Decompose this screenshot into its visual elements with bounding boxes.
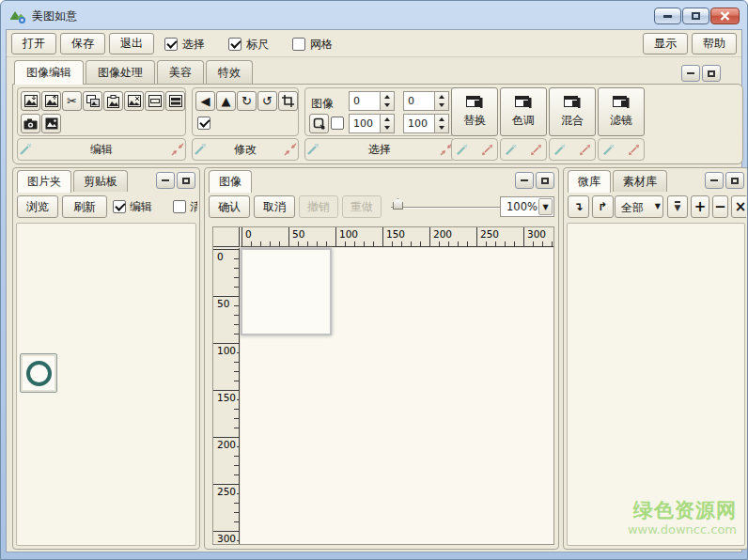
- save-button[interactable]: 保存: [60, 33, 105, 54]
- select-rect-button[interactable]: [309, 114, 329, 133]
- app-logo-icon: [9, 7, 27, 24]
- tab-image-process[interactable]: 图像处理: [86, 60, 155, 84]
- rotate-cw-button[interactable]: ↻: [237, 91, 257, 111]
- tab-effects[interactable]: 特效: [206, 60, 253, 84]
- maximize-icon: [182, 178, 190, 184]
- rotate-ccw-button[interactable]: ↺: [257, 91, 277, 111]
- replace-group-bar[interactable]: [451, 138, 498, 161]
- image-button[interactable]: [41, 114, 61, 133]
- library-list: 绿色资源网 www.downcc.com: [567, 223, 745, 546]
- library-panel-minimize-button[interactable]: [705, 172, 724, 189]
- zoom-select[interactable]: 100% ▼: [500, 196, 554, 217]
- select-option-checkbox[interactable]: [331, 117, 344, 130]
- minimize-button[interactable]: [654, 8, 681, 24]
- canvas[interactable]: [241, 248, 553, 544]
- layout-filled-button[interactable]: [165, 91, 185, 111]
- select-width-spinner[interactable]: 100: [349, 114, 395, 133]
- blend-group-bar[interactable]: [549, 138, 596, 161]
- tab-image[interactable]: 图像: [209, 170, 252, 193]
- delete-item-button[interactable]: ×: [731, 195, 746, 218]
- undo-button[interactable]: 撤销: [299, 195, 338, 218]
- open-button[interactable]: 打开: [11, 33, 56, 54]
- exit-button[interactable]: 退出: [109, 33, 154, 54]
- tone-button[interactable]: 色调: [500, 87, 547, 136]
- blend-button[interactable]: 混合: [549, 87, 596, 136]
- image-panel-minimize-button[interactable]: [515, 172, 534, 189]
- tab-image-edit[interactable]: 图像编辑: [14, 60, 84, 85]
- camera-button[interactable]: [21, 114, 40, 133]
- ruler-checkbox[interactable]: [228, 38, 242, 51]
- spinner-down-icon: [439, 103, 444, 107]
- tab-clipboard[interactable]: 剪贴板: [73, 170, 128, 192]
- flip-vertical-button[interactable]: ▲: [216, 91, 236, 111]
- tone-group-bar[interactable]: [500, 138, 547, 161]
- select-y-spinner[interactable]: 0: [403, 91, 449, 111]
- delete-image-button[interactable]: [124, 91, 144, 111]
- tab-picture-folder[interactable]: 图片夹: [17, 170, 71, 193]
- panel-window-icon: [613, 96, 630, 109]
- select-checkbox[interactable]: [164, 38, 178, 51]
- image-export-icon: [45, 95, 58, 107]
- chevron-down-icon[interactable]: ▼: [538, 198, 553, 215]
- browse-button[interactable]: 浏览: [17, 195, 58, 218]
- cut-button[interactable]: ✂: [62, 91, 82, 111]
- spinner-arrows[interactable]: [434, 115, 448, 132]
- layout-single-button[interactable]: [145, 91, 164, 111]
- paste-button[interactable]: [103, 91, 123, 111]
- filter-button[interactable]: 滤镜: [598, 87, 645, 136]
- open-image-button[interactable]: [21, 91, 40, 111]
- refresh-button[interactable]: 刷新: [62, 195, 107, 218]
- grid-checkbox[interactable]: [292, 38, 305, 51]
- category-select[interactable]: 全部 ▼: [615, 195, 663, 218]
- watermark: 绿色资源网 www.downcc.com: [628, 499, 737, 537]
- image-panel-maximize-button[interactable]: [536, 172, 554, 189]
- replace-button[interactable]: 替换: [451, 87, 498, 136]
- zoom-slider-thumb[interactable]: [393, 198, 403, 210]
- layout-filled-icon: [169, 95, 182, 107]
- tab-beauty[interactable]: 美容: [157, 60, 204, 84]
- ruler-label: 50: [216, 299, 230, 310]
- select-group-bar[interactable]: 选择: [304, 138, 455, 161]
- flip-horizontal-button[interactable]: ◀: [195, 91, 215, 111]
- filter-group-bar[interactable]: [598, 138, 645, 161]
- pictures-panel-minimize-button[interactable]: [156, 172, 175, 189]
- display-button[interactable]: 显示: [643, 33, 688, 54]
- spinner-arrows[interactable]: [380, 115, 394, 132]
- zoom-slider[interactable]: [391, 207, 500, 209]
- add-item-button[interactable]: +: [691, 195, 709, 218]
- move-to-bottom-button[interactable]: ▼: [667, 195, 688, 218]
- clear-checkbox[interactable]: [173, 200, 186, 213]
- ribbon-maximize-button[interactable]: [702, 65, 721, 82]
- expand-arrows-icon: [480, 143, 494, 157]
- remove-item-button[interactable]: −: [712, 195, 728, 218]
- horizontal-ruler: 050100150200250300: [241, 227, 553, 247]
- close-button[interactable]: [710, 8, 740, 24]
- confirm-button[interactable]: 确认: [209, 195, 250, 218]
- select-x-spinner[interactable]: 0: [349, 91, 395, 111]
- save-image-button[interactable]: [41, 91, 61, 111]
- pictures-panel-maximize-button[interactable]: [177, 172, 195, 189]
- ruler-label: 300: [216, 534, 237, 545]
- spinner-arrows[interactable]: [380, 92, 394, 110]
- edit-group-bar[interactable]: 编辑: [17, 138, 186, 161]
- import-item-button[interactable]: ↴: [568, 195, 589, 218]
- library-panel-maximize-button[interactable]: [725, 172, 744, 189]
- image-document[interactable]: [241, 248, 332, 335]
- spinner-arrows[interactable]: [434, 92, 448, 110]
- redo-button[interactable]: 重做: [342, 195, 382, 218]
- select-height-spinner[interactable]: 100: [403, 114, 449, 133]
- modify-checkbox[interactable]: [197, 117, 210, 130]
- modify-group-bar[interactable]: 修改: [192, 138, 299, 161]
- cancel-button[interactable]: 取消: [254, 195, 295, 218]
- edit-checkbox[interactable]: [113, 200, 126, 213]
- ruler-corner: [213, 227, 240, 247]
- crop-button[interactable]: [278, 91, 298, 111]
- ribbon-minimize-button[interactable]: [681, 65, 700, 82]
- maximize-button[interactable]: [682, 8, 709, 24]
- picture-thumbnail-item[interactable]: [20, 353, 57, 393]
- export-item-button[interactable]: ↱: [592, 195, 614, 218]
- tab-material-library[interactable]: 素材库: [613, 170, 667, 192]
- copy-button[interactable]: [83, 91, 102, 111]
- help-button[interactable]: 帮助: [692, 33, 737, 54]
- tab-micro-library[interactable]: 微库: [568, 170, 611, 193]
